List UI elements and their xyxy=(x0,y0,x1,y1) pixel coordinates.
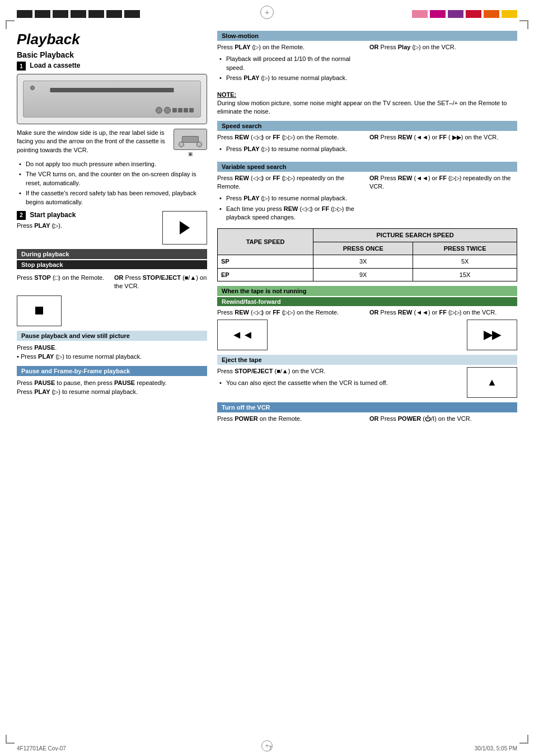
rew-ff-right: OR Press REW (◄◄) or FF (▷▷) on the VCR. xyxy=(369,308,517,317)
power-right: OR Press POWER (⏻/I) on the VCR. xyxy=(369,415,517,423)
frame-instr-2: Press PLAY (▷) to resume normal playback… xyxy=(17,387,207,397)
bar-seg-r3 xyxy=(448,10,463,18)
frame-instr-1: Press PAUSE to pause, then press PAUSE r… xyxy=(17,378,207,388)
pause-label: Pause playback and view still picture xyxy=(21,332,130,339)
table-ep-once: 9X xyxy=(313,268,413,281)
slow-motion-label: Slow-motion xyxy=(222,32,259,39)
slow-left-1: Press PLAY (▷) on the Remote. xyxy=(217,43,365,51)
vcr-image xyxy=(17,74,207,124)
step1-text: Load a cassette xyxy=(30,62,80,69)
ff-image: ▶▶ xyxy=(467,320,517,350)
speed-search-label: Speed search xyxy=(222,123,262,129)
vcr-btn-1 xyxy=(172,108,177,112)
table-sp-twice: 5X xyxy=(413,255,517,269)
tape-not-running-section: When the tape is not running xyxy=(217,286,517,296)
slow-motion-content: Press PLAY (▷) on the Remote. Playback w… xyxy=(217,43,517,86)
rew-ff-left: Press REW (◁◁) or FF (▷▷) on the Remote. xyxy=(217,308,365,317)
corner-br xyxy=(519,735,528,744)
table-ep-speed: EP xyxy=(218,268,313,281)
cassette-spool-right xyxy=(196,142,202,147)
eject-bullet-list: You can also eject the cassette when the… xyxy=(217,379,462,387)
slow-motion-two-col: Press PLAY (▷) on the Remote. Playback w… xyxy=(217,43,517,86)
speed-bullet-1: Press PLAY (▷) to resume normal playback… xyxy=(219,145,365,153)
speed-search-two-col: Press REW (◁◁) or FF (▷▷) on the Remote.… xyxy=(217,133,517,157)
pause-instr-2: • Press PLAY (▷) to resume normal playba… xyxy=(17,352,207,361)
cassette-window xyxy=(182,136,199,143)
speed-search-left: Press REW (◁◁) or FF (▷▷) on the Remote.… xyxy=(217,133,365,157)
stop-instructions: Press STOP (□) on the Remote. OR Press S… xyxy=(17,271,207,293)
vcr-btn-3 xyxy=(184,108,188,112)
eject-instructions: Press STOP/EJECT (■/▲) on the VCR. You c… xyxy=(217,367,462,391)
bar-seg-r1 xyxy=(412,10,428,18)
section-heading-basic-playback: Basic Playback xyxy=(17,50,207,59)
step2-box: 2 xyxy=(17,211,26,220)
speed-search-content: Press REW (◁◁) or FF (▷▷) on the Remote.… xyxy=(217,133,517,157)
slow-motion-header: Slow-motion xyxy=(217,31,517,41)
right-column: Slow-motion Press PLAY (▷) on the Remote… xyxy=(217,31,517,734)
rew-ff-images: ◄◄ ▶▶ xyxy=(217,320,517,350)
left-column: Playback Basic Playback 1 Load a cassett… xyxy=(17,31,207,734)
slow-bullet-list: Playback will proceed at 1/10 th of the … xyxy=(217,55,365,82)
power-instructions: Press POWER on the Remote. OR Press POWE… xyxy=(217,415,517,423)
eject-instr-1: Press STOP/EJECT (■/▲) on the VCR. xyxy=(217,367,462,375)
cassette-image-area: ▣ xyxy=(174,129,207,157)
variable-left: Press REW (◁◁) or FF (▷▷) repeatedly on … xyxy=(217,174,365,226)
top-bar-right xyxy=(412,10,517,18)
variable-speed-label: Variable speed search xyxy=(222,163,287,170)
rew-image: ◄◄ xyxy=(217,320,268,350)
table-row-sp: SP 3X 5X xyxy=(218,255,517,269)
page-content: Playback Basic Playback 1 Load a cassett… xyxy=(17,31,517,734)
turn-off-label: Turn off the VCR xyxy=(222,404,270,411)
corner-tl xyxy=(6,20,15,29)
stop-square-icon xyxy=(35,307,43,314)
play-indicator-box xyxy=(162,211,207,245)
rew-ff-instructions: Press REW (◁◁) or FF (▷▷) on the Remote.… xyxy=(217,308,517,317)
vcr-knob-2 xyxy=(164,107,171,114)
stop-right: OR Press STOP/EJECT (■/▲) on the VCR. xyxy=(114,274,207,291)
cassette-instructions: Make sure the window side is up, the rea… xyxy=(17,129,207,157)
variable-right: OR Press REW (◄◄) or FF (▷▷) repeatedly … xyxy=(369,174,517,226)
power-left: Press POWER on the Remote. xyxy=(217,415,365,423)
section-heading-text: Basic Playback xyxy=(17,50,74,59)
corner-tr xyxy=(519,20,528,29)
step2-sub: Press PLAY (▷). xyxy=(17,222,158,229)
variable-speed-header: Variable speed search xyxy=(217,162,517,172)
speed-bullet-list: Press PLAY (▷) to resume normal playback… xyxy=(217,145,365,153)
stop-image xyxy=(17,295,62,326)
cassette-bullet-list: Do not apply too much pressure when inse… xyxy=(17,160,207,206)
cassette-main-text: Make sure the window side is up, the rea… xyxy=(17,129,169,154)
bullet-item-3: If the cassette's record safety tab has … xyxy=(19,189,207,206)
speed-left-1: Press REW (◁◁) or FF (▷▷) on the Remote. xyxy=(217,133,365,142)
table-ep-twice: 15X xyxy=(413,268,517,281)
footer-left: 4F12701AE Cov-07 xyxy=(17,745,66,752)
slow-bullet-2: Press PLAY (▷) to resume normal playback… xyxy=(219,74,365,82)
bullet-item-1: Do not apply too much pressure when inse… xyxy=(19,160,207,168)
corner-bl xyxy=(6,735,15,744)
step1-box: 1 xyxy=(17,62,26,71)
during-playback-label: During playback xyxy=(21,251,69,257)
rew-symbol: ◄◄ xyxy=(231,328,254,341)
table-col1-header: TAPE SPEED xyxy=(218,229,313,255)
table-sp-once: 3X xyxy=(313,255,413,269)
cassette-box xyxy=(174,129,207,150)
step2-container: 2 Start playback Press PLAY (▷). xyxy=(17,211,207,245)
stop-playback-label: Stop playback xyxy=(21,261,63,268)
step1-container: 1 Load a cassette xyxy=(17,62,207,71)
vcr-controls xyxy=(156,107,194,114)
table-sub-col1: PRESS ONCE xyxy=(313,242,413,255)
step2-text: 2 Start playback Press PLAY (▷). xyxy=(17,211,158,229)
eject-label: Eject the tape xyxy=(222,356,262,363)
bar-seg-4 xyxy=(71,10,86,18)
bullet-item-2: The VCR turns on, and the counter on the… xyxy=(19,170,207,187)
var-left-1: Press REW (◁◁) or FF (▷▷) repeatedly on … xyxy=(217,174,365,191)
slow-motion-left: Press PLAY (▷) on the Remote. Playback w… xyxy=(217,43,365,86)
stop-image-area xyxy=(17,295,207,326)
var-bullet-1: Press PLAY (▷) to resume normal playback… xyxy=(219,194,365,203)
vcr-knob-1 xyxy=(156,107,162,114)
rewind-ff-subsection: Rewind/fast-forward xyxy=(217,297,517,306)
play-triangle-icon xyxy=(180,221,190,234)
bar-seg-7 xyxy=(124,10,140,18)
eject-section: Eject the tape xyxy=(217,355,517,365)
bar-seg-6 xyxy=(106,10,122,18)
table-col2-header: PICTURE SEARCH SPEED xyxy=(313,229,517,242)
